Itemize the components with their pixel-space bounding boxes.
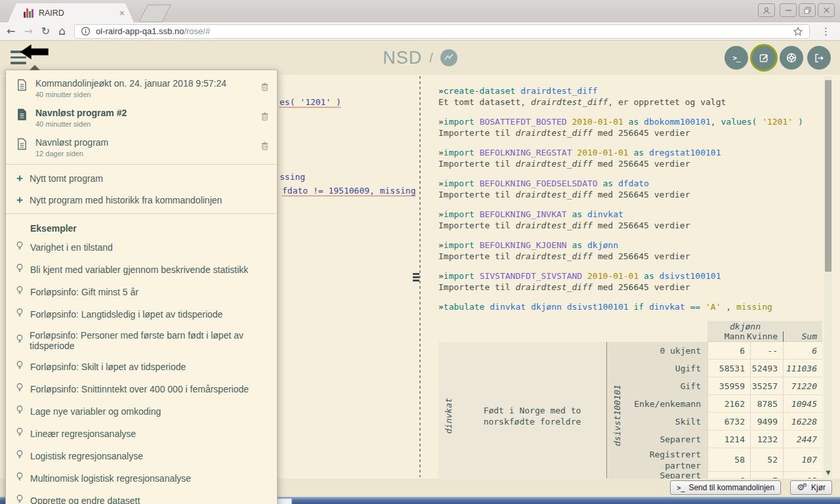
row-label: Registrert partner xyxy=(627,448,707,472)
editor-code-fragment: fdato != 19510609, missing xyxy=(282,186,416,196)
lightbulb-icon xyxy=(16,334,24,347)
program-editor-button[interactable] xyxy=(752,46,776,70)
console-scrollbar[interactable]: ▼ xyxy=(824,76,832,477)
example-item[interactable]: Opprette og endre datasett xyxy=(6,490,277,504)
command-line-button[interactable]: >_ xyxy=(724,46,748,70)
profile-button[interactable] xyxy=(758,3,775,17)
value-cell: 7 xyxy=(750,472,783,478)
lightbulb-icon xyxy=(16,427,24,440)
prompt-char: » xyxy=(438,302,444,312)
value-cell: 6732 xyxy=(707,413,750,430)
new-program-action[interactable]: +Nytt tomt program xyxy=(6,167,277,189)
window-close-button[interactable] xyxy=(818,3,835,17)
window-minimize-button[interactable] xyxy=(780,3,797,17)
example-label: Lineær regresjonsanalyse xyxy=(30,429,136,439)
example-item[interactable]: Forløpsinfo: Langtidsledig i løpet av ti… xyxy=(6,303,277,326)
console-block: »import BEFOLKNING_FOEDSELSDATO as dfdat… xyxy=(438,178,823,200)
column-header: Sum xyxy=(783,331,822,342)
delete-program-button[interactable] xyxy=(261,141,269,154)
program-item[interactable]: Navnløst program12 dager siden xyxy=(6,132,277,161)
forward-icon[interactable]: → xyxy=(24,26,32,37)
example-item[interactable]: Bli kjent med variabler gjennom beskrive… xyxy=(6,259,277,281)
browser-address-bar: ← → ↻ ⌂ ol-raird-app-qa1.ssb.no/rose/# ⋮ xyxy=(0,22,840,41)
page-info-icon[interactable] xyxy=(81,26,91,36)
back-icon[interactable]: ← xyxy=(7,26,15,37)
logout-button[interactable] xyxy=(807,46,831,70)
home-icon[interactable]: ⌂ xyxy=(58,26,66,37)
url-text: ol-raird-app-qa1.ssb.no/rose/# xyxy=(96,26,210,36)
program-item[interactable]: Navnløst program #240 minutter siden xyxy=(6,102,277,132)
row-label: Separert xyxy=(627,430,707,448)
tab-close-icon[interactable]: × xyxy=(119,9,125,18)
scrollbar-thumb[interactable] xyxy=(825,80,831,272)
example-item[interactable]: Forløpsinfo: Snittinntekt over 400 000 i… xyxy=(6,378,277,400)
table-cell xyxy=(783,321,822,331)
console-block: »import BOSATTEFDT_BOSTED 2010-01-01 as … xyxy=(438,116,823,138)
tabulate-result-table: dkjønnMannKvinneSumdinvkatFødt i Norge m… xyxy=(438,321,822,478)
program-title: Kommandolinjeøkt on. 24. januar 2018 9:5… xyxy=(35,78,255,89)
menu-divider xyxy=(6,164,277,165)
terminal-icon: >_ xyxy=(732,54,740,62)
gears-icon: ⚙⚙ xyxy=(797,483,807,492)
pane-divider xyxy=(419,76,421,477)
prompt-char: » xyxy=(438,209,444,219)
sum-cell: 6 xyxy=(783,342,822,360)
person-icon xyxy=(762,6,771,15)
example-item[interactable]: Lage nye variabler og omkoding xyxy=(6,400,277,423)
example-item[interactable]: Lineær regresjonsanalyse xyxy=(6,423,277,445)
window-restore-button[interactable] xyxy=(799,3,816,17)
sum-cell: 2447 xyxy=(783,430,822,448)
help-button[interactable] xyxy=(780,46,803,70)
nsd-logo: NSD xyxy=(383,48,422,68)
sum-cell: 107 xyxy=(783,448,822,472)
edit-icon xyxy=(759,52,770,64)
example-label: Forløpsinfo: Personer med første barn fø… xyxy=(30,330,266,351)
scrollbar-down-icon[interactable]: ▼ xyxy=(824,469,832,476)
program-item[interactable]: Kommandolinjeøkt on. 24. januar 2018 9:5… xyxy=(6,73,277,102)
program-title: Navnløst program #2 xyxy=(35,108,255,118)
document-filled-icon xyxy=(16,108,29,123)
example-item[interactable]: Multinomisk logistisk regresjonsanalyse xyxy=(6,467,277,490)
plus-icon: + xyxy=(16,173,30,184)
console-block: »tabulate dinvkat dkjønn dsivst100101 if… xyxy=(438,301,823,312)
console-output-pane: »create-dataset drairdtest_diff Et tomt … xyxy=(425,75,823,478)
example-label: Forløpsinfo: Gift minst 5 år xyxy=(30,287,138,297)
value-cell: 52 xyxy=(750,448,783,472)
browser-menu-icon[interactable]: ⋮ xyxy=(818,26,833,37)
lifebuoy-icon xyxy=(786,52,797,64)
column-group-label: dkjønn xyxy=(707,321,783,331)
action-label: Nytt program med historikk fra kommandol… xyxy=(30,195,222,205)
example-item[interactable]: Logistisk regresjonsanalyse xyxy=(6,445,277,467)
bookmark-star-icon[interactable] xyxy=(793,26,803,37)
delete-program-button[interactable] xyxy=(261,82,269,94)
new-tab-button[interactable] xyxy=(138,5,171,22)
plus-icon: + xyxy=(16,194,30,205)
console-response: Importerte til drairdtest_diff med 25664… xyxy=(438,251,823,262)
example-item[interactable]: Forløpsinfo: Gift minst 5 år xyxy=(6,281,277,303)
console-command: »import SIVSTANDFDT_SIVSTAND 2010-01-01 … xyxy=(438,270,823,282)
example-item[interactable]: Varighet i en tilstand xyxy=(6,236,277,259)
console-command: »create-dataset drairdtest_diff xyxy=(438,85,823,96)
browser-tab[interactable]: RAIRD × xyxy=(8,3,134,22)
console-response: Importerte til drairdtest_diff med 25664… xyxy=(438,158,823,169)
example-item[interactable]: Forløpsinfo: Personer med første barn fø… xyxy=(6,326,277,356)
run-button[interactable]: ⚙⚙ Kjør xyxy=(790,480,832,495)
prompt-char: » xyxy=(438,271,444,281)
reload-icon[interactable]: ↻ xyxy=(41,26,50,37)
example-item[interactable]: Forløpsinfo: Skilt i løpet av tidsperiod… xyxy=(6,356,277,378)
prompt-char: » xyxy=(438,240,444,250)
console-command: »import BOSATTEFDT_BOSTED 2010-01-01 as … xyxy=(438,116,823,127)
pane-resize-handle[interactable] xyxy=(413,273,419,282)
send-to-commandline-button[interactable]: >_ Send til kommandolinjen xyxy=(670,480,781,495)
row-label: Enke/enkemann xyxy=(627,395,707,413)
exit-icon xyxy=(814,52,825,64)
new-program-action[interactable]: +Nytt program med historikk fra kommando… xyxy=(6,189,277,211)
lightbulb-icon xyxy=(16,383,24,396)
value-cell: 58 xyxy=(707,448,750,472)
url-field[interactable]: ol-raird-app-qa1.ssb.no/rose/# xyxy=(74,24,810,39)
console-block: »create-dataset drairdtest_diff Et tomt … xyxy=(438,85,823,108)
delete-program-button[interactable] xyxy=(261,112,269,124)
value-cell: 58531 xyxy=(707,360,750,377)
ssb-logo-icon xyxy=(440,49,457,66)
document-icon xyxy=(16,79,29,94)
